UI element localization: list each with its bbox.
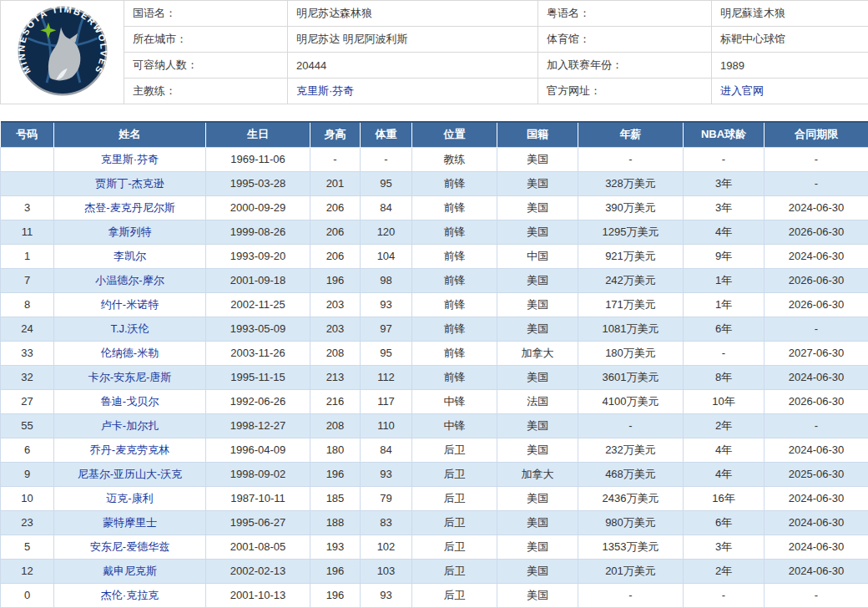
player-name-link[interactable]: 戴申尼克斯 xyxy=(103,565,157,577)
position-cell: 前锋 xyxy=(412,220,497,244)
player-name-cell: 尼基尔-亚历山大-沃克 xyxy=(54,462,206,486)
nba-seniority-cell: 6年 xyxy=(684,510,765,535)
player-name-cell: 伦纳德-米勒 xyxy=(54,341,206,365)
nba-seniority-cell: 4年 xyxy=(684,462,765,486)
nba-seniority-cell: 3年 xyxy=(684,535,765,559)
player-name-link[interactable]: 克里斯·芬奇 xyxy=(101,153,159,165)
weight-cell: 93 xyxy=(361,583,412,607)
player-name-link[interactable]: 卢卡-加尔扎 xyxy=(101,419,159,432)
height-cell: 208 xyxy=(310,341,361,365)
player-name-link[interactable]: 小温德尔-摩尔 xyxy=(95,274,164,286)
player-name-link[interactable]: 安东尼-爱德华兹 xyxy=(90,540,169,553)
jersey-number-cell: 24 xyxy=(1,317,54,341)
nationality-cell: 美国 xyxy=(497,438,578,462)
contract-term-cell: 2026-06-30 xyxy=(765,268,868,292)
nationality-cell: 美国 xyxy=(497,317,578,341)
nba-seniority-cell: 1年 xyxy=(684,292,765,317)
contract-term-cell: 2026-06-30 xyxy=(765,389,868,413)
player-name-cell: 李凯尔 xyxy=(54,244,206,268)
player-name-link[interactable]: 伦纳德-米勒 xyxy=(101,347,159,359)
official-site-link[interactable]: 进入官网 xyxy=(720,84,764,97)
player-name-link[interactable]: 鲁迪-戈贝尔 xyxy=(101,395,159,408)
contract-term-cell: 2024-06-30 xyxy=(765,365,868,389)
player-name-link[interactable]: 迈克-康利 xyxy=(106,492,153,504)
contract-term-cell: 2024-06-30 xyxy=(765,486,868,510)
salary-cell: 3601万美元 xyxy=(578,365,684,389)
nationality-cell: 法国 xyxy=(497,389,578,413)
player-name-link[interactable]: 拿斯列特 xyxy=(108,225,152,238)
position-cell: 前锋 xyxy=(412,195,497,220)
player-name-link[interactable]: 贾斯丁-杰克逊 xyxy=(95,177,164,190)
height-cell: 180 xyxy=(310,438,361,462)
player-row: 32卡尔-安东尼-唐斯1995-11-15213112前锋美国3601万美元8年… xyxy=(1,365,868,389)
nationality-cell: 美国 xyxy=(497,583,578,607)
salary-cell: 4100万美元 xyxy=(578,389,684,413)
birthday-cell: 2002-11-25 xyxy=(206,292,310,317)
weight-cell: 83 xyxy=(361,510,412,535)
position-cell: 后卫 xyxy=(412,486,497,510)
contract-term-cell: - xyxy=(765,317,868,341)
salary-cell: 468万美元 xyxy=(578,462,684,486)
player-name-link[interactable]: 李凯尔 xyxy=(114,250,146,262)
player-name-link[interactable]: T.J.沃伦 xyxy=(110,322,149,335)
jersey-number-cell: 9 xyxy=(1,462,54,486)
salary-cell: 242万美元 xyxy=(578,268,684,292)
height-cell: 206 xyxy=(310,195,361,220)
height-cell: 206 xyxy=(310,244,361,268)
player-name-link[interactable]: 杰登-麦克丹尼尔斯 xyxy=(84,201,174,214)
position-cell: 后卫 xyxy=(412,462,497,486)
jersey-number-cell: 0 xyxy=(1,583,54,607)
height-cell: - xyxy=(310,147,361,171)
salary-cell: 921万美元 xyxy=(578,244,684,268)
player-row: 12戴申尼克斯2002-02-13196103后卫美国201万美元2年2024-… xyxy=(1,559,868,583)
player-name-link[interactable]: 乔丹-麦克劳克林 xyxy=(90,443,169,456)
nba-seniority-cell: 9年 xyxy=(684,244,765,268)
nba-seniority-cell: 4年 xyxy=(684,220,765,244)
player-name-cell: 克里斯·芬奇 xyxy=(54,147,206,171)
weight-cell: 79 xyxy=(361,486,412,510)
nba-seniority-cell: 3年 xyxy=(684,171,765,195)
nationality-cell: 美国 xyxy=(497,510,578,535)
roster-table: 号码 姓名 生日 身高 体重 位置 国籍 年薪 NBA球龄 合同期限 克里斯·芬… xyxy=(0,121,868,608)
birthday-cell: 2001-09-18 xyxy=(206,268,310,292)
player-name-link[interactable]: 卡尔-安东尼-唐斯 xyxy=(88,371,172,383)
position-cell: 后卫 xyxy=(412,510,497,535)
weight-cell: 93 xyxy=(361,292,412,317)
jersey-number-cell: 23 xyxy=(1,510,54,535)
position-cell: 后卫 xyxy=(412,559,497,583)
weight-cell: 93 xyxy=(361,462,412,486)
position-cell: 前锋 xyxy=(412,292,497,317)
weight-cell: 104 xyxy=(361,244,412,268)
contract-term-cell: 2024-06-30 xyxy=(765,535,868,559)
jersey-number-cell xyxy=(1,171,54,195)
contract-term-cell: 2024-06-30 xyxy=(765,559,868,583)
position-cell: 前锋 xyxy=(412,317,497,341)
birthday-cell: 1995-11-15 xyxy=(206,365,310,389)
player-row: 23蒙特摩里士1995-06-2718883后卫美国980万美元6年2024-0… xyxy=(1,510,868,535)
position-cell: 后卫 xyxy=(412,535,497,559)
birthday-cell: 1993-05-09 xyxy=(206,317,310,341)
timberwolves-logo-icon: MINNESOTA TIMBERWOLVES xyxy=(15,3,110,99)
player-name-cell: 约什-米诺特 xyxy=(54,292,206,317)
player-name-cell: 鲁迪-戈贝尔 xyxy=(54,389,206,413)
jersey-number-cell: 8 xyxy=(1,292,54,317)
height-cell: 208 xyxy=(310,413,361,438)
col-header-jersey-number: 号码 xyxy=(1,122,54,147)
player-name-link[interactable]: 蒙特摩里士 xyxy=(103,516,157,529)
player-name-link[interactable]: 约什-米诺特 xyxy=(101,298,159,311)
player-name-cell: 戴申尼克斯 xyxy=(54,559,206,583)
contract-term-cell: 2026-06-30 xyxy=(765,292,868,317)
jersey-number-cell: 7 xyxy=(1,268,54,292)
label-capacity: 可容纳人数： xyxy=(124,53,288,79)
jersey-number-cell: 5 xyxy=(1,535,54,559)
salary-cell: 1081万美元 xyxy=(578,317,684,341)
player-name-link[interactable]: 杰伦·克拉克 xyxy=(101,589,159,601)
player-name-link[interactable]: 尼基尔-亚历山大-沃克 xyxy=(78,468,183,480)
contract-term-cell: - xyxy=(765,171,868,195)
label-join-year: 加入联赛年份： xyxy=(538,53,712,79)
roster-header-row: 号码 姓名 生日 身高 体重 位置 国籍 年薪 NBA球龄 合同期限 xyxy=(1,122,868,147)
nationality-cell: 美国 xyxy=(497,413,578,438)
head-coach-link[interactable]: 克里斯·芬奇 xyxy=(296,84,354,97)
player-name-cell: 小温德尔-摩尔 xyxy=(54,268,206,292)
value-official-site: 进入官网 xyxy=(712,79,868,104)
